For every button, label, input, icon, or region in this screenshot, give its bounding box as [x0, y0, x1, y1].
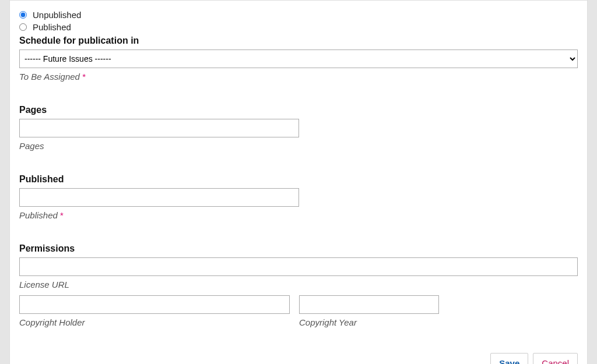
- permissions-heading: Permissions: [19, 243, 578, 254]
- pages-helper: Pages: [19, 141, 578, 151]
- footer-actions: Save Cancel: [19, 353, 578, 364]
- published-label: Published: [33, 22, 71, 32]
- published-input[interactable]: [19, 188, 299, 207]
- unpublished-radio[interactable]: [19, 11, 27, 19]
- required-mark: *: [60, 210, 64, 220]
- copyright-holder-input[interactable]: [19, 295, 290, 314]
- form-panel: Unpublished Published Schedule for publi…: [9, 0, 588, 364]
- pages-heading: Pages: [19, 105, 578, 115]
- status-option-published[interactable]: Published: [19, 22, 578, 32]
- copyright-year-input[interactable]: [299, 295, 439, 314]
- copyright-holder-helper: Copyright Holder: [19, 317, 290, 327]
- license-url-input[interactable]: [19, 257, 578, 276]
- schedule-helper-row: To Be Assigned *: [19, 72, 578, 82]
- copyright-year-helper: Copyright Year: [299, 317, 439, 327]
- status-option-unpublished[interactable]: Unpublished: [19, 10, 578, 20]
- published-radio[interactable]: [19, 23, 27, 31]
- schedule-helper: To Be Assigned: [19, 72, 80, 82]
- unpublished-label: Unpublished: [33, 10, 81, 20]
- published-heading: Published: [19, 174, 578, 185]
- license-url-helper: License URL: [19, 280, 578, 289]
- published-helper-row: Published *: [19, 210, 578, 220]
- save-button[interactable]: Save: [490, 353, 528, 364]
- published-helper: Published: [19, 210, 58, 220]
- schedule-heading: Schedule for publication in: [19, 36, 578, 46]
- schedule-select[interactable]: ------ Future Issues ------: [19, 50, 578, 68]
- cancel-button[interactable]: Cancel: [533, 353, 578, 364]
- required-mark: *: [82, 72, 86, 82]
- pages-input[interactable]: [19, 119, 299, 137]
